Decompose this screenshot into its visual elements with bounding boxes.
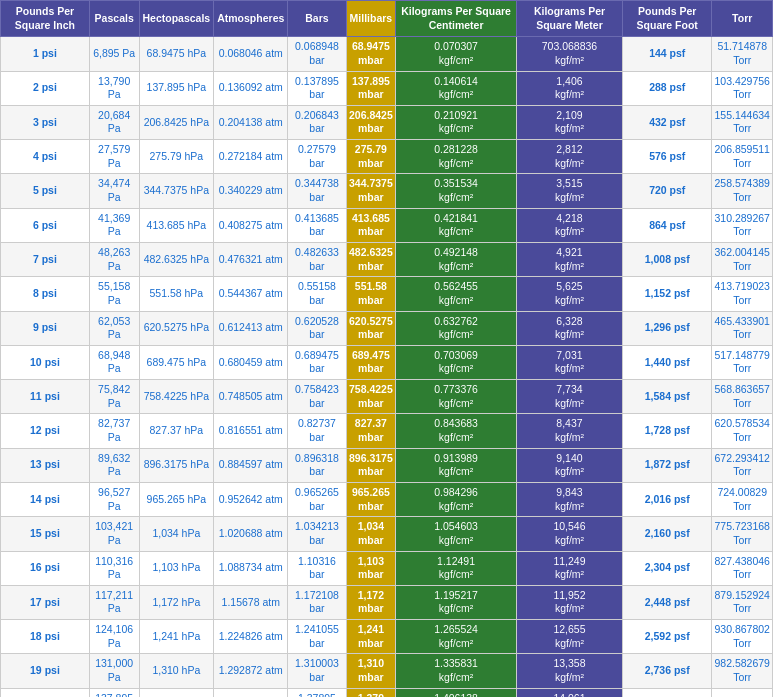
cell-torr-val: 310.289267 Torr	[712, 208, 773, 242]
cell-psi: 3 psi	[1, 105, 90, 139]
cell-torr-val: 930.867802 Torr	[712, 620, 773, 654]
cell-mbar: 482.6325 mbar	[346, 242, 396, 276]
cell-torr-val: 362.004145 Torr	[712, 242, 773, 276]
cell-pascal: 124,106 Pa	[89, 620, 139, 654]
table-row: 3 psi20,684 Pa206.8425 hPa0.204138 atm0.…	[1, 105, 773, 139]
cell-hectopascal: 275.79 hPa	[139, 140, 214, 174]
cell-pascal: 96,527 Pa	[89, 482, 139, 516]
cell-bar: 0.620528 bar	[288, 311, 346, 345]
table-row: 6 psi41,369 Pa413.685 hPa0.408275 atm0.4…	[1, 208, 773, 242]
cell-hectopascal: 1,103 hPa	[139, 551, 214, 585]
header-pascals: Pascals	[89, 1, 139, 37]
cell-atm: 0.816551 atm	[214, 414, 288, 448]
cell-torr-val: 724.00829 Torr	[712, 482, 773, 516]
cell-pascal: 34,474 Pa	[89, 174, 139, 208]
cell-kgm2: 2,109 kgf/m²	[516, 105, 622, 139]
cell-psi: 8 psi	[1, 277, 90, 311]
header-kgm2: Kilograms Per Square Meter	[516, 1, 622, 37]
cell-hectopascal: 827.37 hPa	[139, 414, 214, 448]
cell-psf: 1,584 psf	[623, 380, 712, 414]
header-torr: Torr	[712, 1, 773, 37]
cell-kgcm2: 0.492148 kgf/cm²	[396, 242, 517, 276]
cell-torr-val: 413.719023 Torr	[712, 277, 773, 311]
cell-mbar: 1,310 mbar	[346, 654, 396, 688]
cell-hectopascal: 1,172 hPa	[139, 585, 214, 619]
cell-bar: 0.482633 bar	[288, 242, 346, 276]
cell-torr-val: 982.582679 Torr	[712, 654, 773, 688]
cell-psi: 15 psi	[1, 517, 90, 551]
cell-psi: 13 psi	[1, 448, 90, 482]
cell-hectopascal: 758.4225 hPa	[139, 380, 214, 414]
cell-atm: 1.292872 atm	[214, 654, 288, 688]
table-row: 13 psi89,632 Pa896.3175 hPa0.884597 atm0…	[1, 448, 773, 482]
cell-hectopascal: 482.6325 hPa	[139, 242, 214, 276]
cell-atm: 0.068046 atm	[214, 37, 288, 71]
cell-bar: 0.55158 bar	[288, 277, 346, 311]
cell-kgm2: 703.068836 kgf/m²	[516, 37, 622, 71]
cell-bar: 0.206843 bar	[288, 105, 346, 139]
cell-torr-val: 827.438046 Torr	[712, 551, 773, 585]
cell-bar: 0.896318 bar	[288, 448, 346, 482]
table-row: 12 psi82,737 Pa827.37 hPa0.816551 atm0.8…	[1, 414, 773, 448]
table-row: 18 psi124,106 Pa1,241 hPa1.224826 atm1.2…	[1, 620, 773, 654]
cell-torr-val: 620.578534 Torr	[712, 414, 773, 448]
cell-hectopascal: 206.8425 hPa	[139, 105, 214, 139]
cell-hectopascal: 620.5275 hPa	[139, 311, 214, 345]
cell-bar: 0.82737 bar	[288, 414, 346, 448]
cell-mbar: 1,379 mbar	[346, 688, 396, 697]
cell-psi: 7 psi	[1, 242, 90, 276]
cell-kgm2: 3,515 kgf/m²	[516, 174, 622, 208]
cell-kgm2: 7,031 kgf/m²	[516, 345, 622, 379]
cell-atm: 0.544367 atm	[214, 277, 288, 311]
cell-psf: 2,016 psf	[623, 482, 712, 516]
cell-atm: 1.088734 atm	[214, 551, 288, 585]
cell-kgcm2: 1.195217 kgf/cm²	[396, 585, 517, 619]
cell-kgm2: 7,734 kgf/m²	[516, 380, 622, 414]
cell-kgm2: 10,546 kgf/m²	[516, 517, 622, 551]
cell-bar: 0.27579 bar	[288, 140, 346, 174]
cell-kgcm2: 0.632762 kgf/cm²	[396, 311, 517, 345]
table-row: 7 psi48,263 Pa482.6325 hPa0.476321 atm0.…	[1, 242, 773, 276]
cell-kgcm2: 0.562455 kgf/cm²	[396, 277, 517, 311]
cell-mbar: 1,241 mbar	[346, 620, 396, 654]
cell-torr-val: 51.714878 Torr	[712, 37, 773, 71]
cell-mbar: 827.37 mbar	[346, 414, 396, 448]
cell-mbar: 344.7375 mbar	[346, 174, 396, 208]
cell-psf: 1,296 psf	[623, 311, 712, 345]
conversion-table: Pounds Per Square Inch Pascals Hectopasc…	[0, 0, 773, 697]
cell-atm: 0.952642 atm	[214, 482, 288, 516]
cell-kgcm2: 0.773376 kgf/cm²	[396, 380, 517, 414]
header-psf: Pounds Per Square Foot	[623, 1, 712, 37]
cell-mbar: 1,034 mbar	[346, 517, 396, 551]
header-psi: Pounds Per Square Inch	[1, 1, 90, 37]
cell-psf: 1,440 psf	[623, 345, 712, 379]
cell-mbar: 551.58 mbar	[346, 277, 396, 311]
table-row: 5 psi34,474 Pa344.7375 hPa0.340229 atm0.…	[1, 174, 773, 208]
cell-pascal: 6,895 Pa	[89, 37, 139, 71]
cell-hectopascal: 413.685 hPa	[139, 208, 214, 242]
cell-mbar: 896.3175 mbar	[346, 448, 396, 482]
cell-bar: 0.758423 bar	[288, 380, 346, 414]
cell-atm: 1.020688 atm	[214, 517, 288, 551]
cell-psi: 6 psi	[1, 208, 90, 242]
cell-pascal: 110,316 Pa	[89, 551, 139, 585]
cell-bar: 0.965265 bar	[288, 482, 346, 516]
cell-kgcm2: 0.351534 kgf/cm²	[396, 174, 517, 208]
cell-kgcm2: 0.421841 kgf/cm²	[396, 208, 517, 242]
cell-kgm2: 1,406 kgf/m²	[516, 71, 622, 105]
table-row: 11 psi75,842 Pa758.4225 hPa0.748505 atm0…	[1, 380, 773, 414]
cell-atm: 0.136092 atm	[214, 71, 288, 105]
cell-pascal: 103,421 Pa	[89, 517, 139, 551]
cell-kgcm2: 1.335831 kgf/cm²	[396, 654, 517, 688]
cell-psf: 1,152 psf	[623, 277, 712, 311]
cell-mbar: 620.5275 mbar	[346, 311, 396, 345]
cell-kgcm2: 0.070307 kgf/cm²	[396, 37, 517, 71]
cell-pascal: 89,632 Pa	[89, 448, 139, 482]
cell-hectopascal: 68.9475 hPa	[139, 37, 214, 71]
cell-hectopascal: 689.475 hPa	[139, 345, 214, 379]
cell-atm: 0.408275 atm	[214, 208, 288, 242]
cell-pascal: 68,948 Pa	[89, 345, 139, 379]
cell-psi: 5 psi	[1, 174, 90, 208]
table-row: 20 psi137,895 Pa1,379 hPa1.360918 atm1.3…	[1, 688, 773, 697]
cell-kgcm2: 1.265524 kgf/cm²	[396, 620, 517, 654]
